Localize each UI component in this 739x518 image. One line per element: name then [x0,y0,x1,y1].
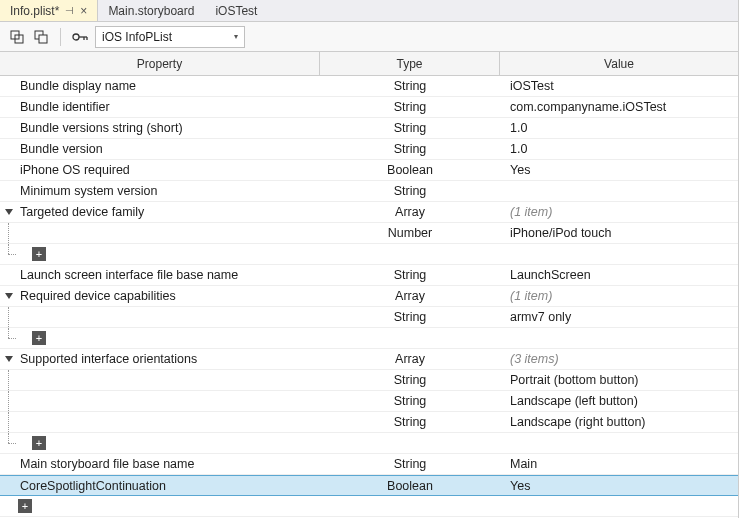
type-cell[interactable]: Boolean [320,163,500,177]
plist-row[interactable]: iPhone OS requiredBooleanYes [0,160,738,181]
type-cell[interactable]: String [320,184,500,198]
value-cell[interactable]: iOSTest [500,79,738,93]
type-cell[interactable]: String [320,310,500,324]
tab-iostest[interactable]: iOSTest [205,0,268,21]
plist-row[interactable]: StringLandscape (right button) [0,412,738,433]
plist-row[interactable]: Bundle versionString1.0 [0,139,738,160]
property-cell[interactable]: Main storyboard file base name [0,454,320,474]
property-cell[interactable]: CoreSpotlightContinuation [0,476,320,495]
chevron-down-icon: ▾ [234,32,238,41]
plist-row[interactable]: NumberiPhone/iPod touch [0,223,738,244]
property-cell[interactable]: Required device capabilities [0,286,320,306]
plist-row[interactable]: Targeted device familyArray(1 item) [0,202,738,223]
value-cell[interactable]: 1.0 [500,142,738,156]
value-cell[interactable]: (3 items) [500,352,738,366]
property-cell[interactable]: + [0,433,320,453]
type-cell[interactable]: Boolean [320,479,500,493]
value-cell[interactable]: armv7 only [500,310,738,324]
tab-main-storyboard[interactable]: Main.storyboard [98,0,205,21]
value-cell[interactable]: com.companyname.iOSTest [500,100,738,114]
property-cell[interactable]: iPhone OS required [0,160,320,180]
property-cell[interactable]: Bundle display name [0,76,320,96]
key-icon[interactable] [71,28,89,46]
value-cell[interactable]: (1 item) [500,205,738,219]
plist-row[interactable]: Bundle identifierStringcom.companyname.i… [0,97,738,118]
type-cell[interactable]: Array [320,289,500,303]
add-row[interactable]: + [0,328,738,349]
plist-row[interactable]: StringPortrait (bottom button) [0,370,738,391]
value-cell[interactable]: Main [500,457,738,471]
plist-row[interactable]: Bundle versions string (short)String1.0 [0,118,738,139]
property-cell[interactable] [0,223,320,243]
property-cell[interactable]: Bundle versions string (short) [0,118,320,138]
type-cell[interactable]: String [320,373,500,387]
property-cell[interactable] [0,370,320,390]
add-row[interactable]: + [0,433,738,454]
collapse-toggle-icon[interactable] [2,291,16,301]
type-cell[interactable]: String [320,142,500,156]
value-cell[interactable]: Landscape (right button) [500,415,738,429]
property-cell[interactable]: Targeted device family [0,202,320,222]
type-cell[interactable]: Array [320,352,500,366]
property-cell[interactable] [0,307,320,327]
header-value[interactable]: Value [500,52,738,75]
property-cell[interactable]: Supported interface orientations [0,349,320,369]
add-item-button[interactable]: + [32,331,46,345]
value-cell[interactable]: Portrait (bottom button) [500,373,738,387]
plist-row[interactable]: Launch screen interface file base nameSt… [0,265,738,286]
value-cell[interactable]: Yes [500,479,738,493]
type-cell[interactable]: String [320,457,500,471]
pin-icon[interactable]: ⊣ [65,5,74,16]
type-cell[interactable]: String [320,100,500,114]
type-cell[interactable]: String [320,415,500,429]
plist-row[interactable]: StringLandscape (left button) [0,391,738,412]
value-cell[interactable]: iPhone/iPod touch [500,226,738,240]
plist-row[interactable]: Stringarmv7 only [0,307,738,328]
type-cell[interactable]: String [320,268,500,282]
property-cell[interactable]: + [0,496,320,516]
plist-type-dropdown[interactable]: iOS InfoPList ▾ [95,26,245,48]
type-cell[interactable]: String [320,79,500,93]
property-label: iPhone OS required [16,163,130,177]
property-cell[interactable]: Minimum system version [0,181,320,201]
plist-row[interactable]: Main storyboard file base nameStringMain [0,454,738,475]
value-cell[interactable]: 1.0 [500,121,738,135]
value-cell[interactable]: LaunchScreen [500,268,738,282]
type-cell[interactable]: Array [320,205,500,219]
header-property[interactable]: Property [0,52,320,75]
property-cell[interactable]: Bundle identifier [0,97,320,117]
property-label: Main storyboard file base name [16,457,194,471]
collapse-toggle-icon[interactable] [2,354,16,364]
property-label: Minimum system version [16,184,158,198]
value-cell[interactable]: Yes [500,163,738,177]
header-type[interactable]: Type [320,52,500,75]
type-cell[interactable]: String [320,121,500,135]
value-cell[interactable]: Landscape (left button) [500,394,738,408]
plist-row[interactable]: Minimum system versionString [0,181,738,202]
expand-all-button[interactable] [8,28,26,46]
property-cell[interactable]: Bundle version [0,139,320,159]
property-cell[interactable]: + [0,328,320,348]
tab-info-plist[interactable]: Info.plist* ⊣ × [0,0,98,21]
add-item-button[interactable]: + [18,499,32,513]
property-cell[interactable]: + [0,244,320,264]
plist-row[interactable]: Bundle display nameStringiOSTest [0,76,738,97]
property-label: CoreSpotlightContinuation [16,479,166,493]
close-icon[interactable]: × [80,4,87,18]
collapse-all-button[interactable] [32,28,50,46]
value-cell[interactable]: (1 item) [500,289,738,303]
plist-row[interactable]: Supported interface orientationsArray(3 … [0,349,738,370]
add-row[interactable]: + [0,496,738,517]
add-row[interactable]: + [0,244,738,265]
property-cell[interactable] [0,391,320,411]
add-item-button[interactable]: + [32,436,46,450]
collapse-toggle-icon[interactable] [2,207,16,217]
type-cell[interactable]: Number [320,226,500,240]
type-cell[interactable]: String [320,394,500,408]
plist-row[interactable]: Required device capabilitiesArray(1 item… [0,286,738,307]
property-cell[interactable]: Launch screen interface file base name [0,265,320,285]
property-cell[interactable] [0,412,320,432]
add-item-button[interactable]: + [32,247,46,261]
plist-row[interactable]: CoreSpotlightContinuationBooleanYes [0,475,738,496]
svg-rect-3 [39,35,47,43]
